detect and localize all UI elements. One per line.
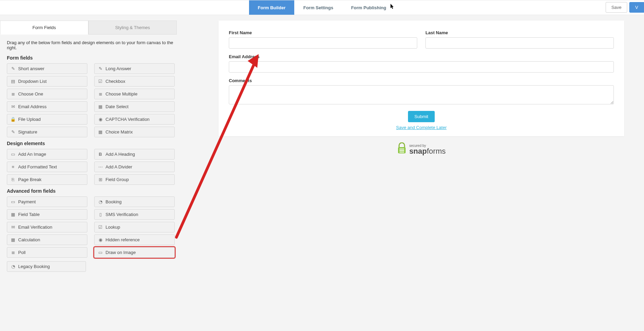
field-label: Legacy Booking (18, 264, 50, 269)
label-comments: Comments (229, 78, 614, 83)
section-form-fields: Form fields (7, 55, 175, 61)
field-short-answer[interactable]: ✎Short answer (7, 63, 87, 74)
input-first-name[interactable] (229, 37, 417, 49)
tab-form-settings[interactable]: Form Settings (294, 0, 342, 15)
field-file-upload[interactable]: 🔒File Upload (7, 114, 87, 125)
svg-rect-3 (399, 152, 404, 153)
adv-calculation[interactable]: ▦Calculation (7, 234, 87, 245)
shield-icon: ◉ (98, 117, 103, 122)
adv-draw-on-image[interactable]: ▭Draw on Image (94, 247, 175, 258)
input-email[interactable] (229, 61, 614, 73)
adv-field-table[interactable]: ▦Field Table (7, 209, 87, 220)
adv-booking[interactable]: ◔Booking (94, 196, 175, 207)
de-add-divider[interactable]: ⋯Add A Divider (94, 162, 175, 172)
svg-rect-2 (399, 150, 404, 151)
field-choose-multiple[interactable]: ≣Choose Multiple (94, 89, 175, 99)
table-icon: ▦ (11, 212, 15, 217)
de-formatted-text[interactable]: ≡Add Formatted Text (7, 162, 87, 172)
adv-hidden-reference[interactable]: ◉Hidden reference (94, 234, 175, 245)
adv-lookup[interactable]: ☑Lookup (94, 222, 175, 232)
brand-b: forms (427, 147, 446, 155)
field-label: Lookup (106, 225, 120, 230)
field-email-address[interactable]: ✉Email Address (7, 101, 87, 112)
grid-icon: ▦ (98, 129, 103, 135)
view-button[interactable]: V (629, 2, 644, 13)
field-choice-matrix[interactable]: ▦Choice Matrix (94, 127, 175, 137)
field-label: Checkbox (106, 79, 125, 84)
sidebar-description: Drag any of the below form fields and de… (7, 40, 175, 50)
field-checkbox[interactable]: ☑Checkbox (94, 76, 175, 87)
field-label: Add A Divider (106, 164, 132, 169)
checkbox-icon: ☑ (98, 79, 103, 84)
field-label: Signature (18, 129, 37, 135)
field-label: SMS Verification (106, 212, 138, 217)
field-label: Payment (18, 199, 36, 204)
field-label: Add A Heading (106, 152, 135, 157)
field-label: Choose Multiple (106, 91, 137, 97)
input-last-name[interactable] (425, 37, 614, 49)
eye-off-icon: ◉ (98, 237, 103, 242)
subtab-styling-themes[interactable]: Styling & Themes (88, 21, 177, 35)
list-icon: ▤ (11, 79, 15, 84)
secured-by-badge: secured by snapforms (219, 142, 624, 155)
section-design-elements: Design elements (7, 141, 175, 146)
label-first-name: First Name (229, 30, 417, 35)
de-page-break[interactable]: ⎘Page Break (7, 174, 87, 185)
tab-form-publishing[interactable]: Form Publishing (342, 0, 395, 15)
field-date-select[interactable]: ▦Date Select (94, 101, 175, 112)
image-icon: ▭ (11, 152, 15, 157)
subtab-form-fields[interactable]: Form Fields (0, 21, 88, 35)
side-panel: Form Fields Styling & Themes Drag any of… (0, 21, 182, 280)
adv-payment[interactable]: ▭Payment (7, 196, 87, 207)
field-signature[interactable]: ✎Signature (7, 127, 87, 137)
check-icon: ☑ (98, 225, 103, 230)
submit-button[interactable]: Submit (408, 111, 435, 122)
list-icon: ≣ (11, 250, 15, 255)
page-break-icon: ⎘ (11, 177, 15, 182)
edit-icon: ✎ (11, 66, 15, 71)
label-email: Email Address (229, 54, 614, 59)
field-label: Field Group (106, 177, 129, 182)
clock-icon: ◔ (98, 199, 103, 204)
de-field-group[interactable]: ⊞Field Group (94, 174, 175, 185)
envelope-icon: ✉ (11, 225, 15, 230)
field-long-answer[interactable]: ✎Long Answer (94, 63, 175, 74)
tab-form-builder[interactable]: Form Builder (249, 0, 295, 15)
save-complete-later-link[interactable]: Save and Complete Later (229, 125, 614, 130)
field-label: File Upload (18, 117, 41, 122)
adv-sms-verification[interactable]: ▯SMS Verification (94, 209, 175, 220)
group-icon: ⊞ (98, 177, 103, 182)
card-icon: ▭ (11, 199, 15, 204)
adv-email-verification[interactable]: ✉Email Verification (7, 222, 87, 232)
field-choose-one[interactable]: ≣Choose One (7, 89, 87, 99)
input-comments[interactable] (229, 85, 614, 104)
field-label: Email Verification (18, 225, 52, 230)
lock-icon (397, 142, 407, 155)
de-add-heading[interactable]: BAdd A Heading (94, 149, 175, 160)
field-label: Add Formatted Text (18, 164, 57, 169)
pencil-icon: ✎ (11, 129, 15, 135)
field-label: Email Address (18, 104, 47, 109)
calendar-icon: ▦ (98, 104, 103, 109)
field-label: Long Answer (106, 66, 131, 71)
brand-a: snap (409, 147, 427, 155)
form-canvas[interactable]: First Name Last Name Email Address Comme… (219, 21, 624, 136)
field-label: Choose One (18, 91, 43, 97)
de-add-image[interactable]: ▭Add An Image (7, 149, 87, 160)
adv-poll[interactable]: ≣Poll (7, 247, 87, 258)
section-advanced: Advanced form fields (7, 188, 175, 194)
image-icon: ▭ (98, 250, 103, 255)
svg-rect-1 (399, 149, 404, 150)
field-captcha[interactable]: ◉CAPTCHA Verification (94, 114, 175, 125)
bold-icon: B (98, 152, 103, 157)
save-button[interactable]: Save (606, 2, 628, 13)
field-label: CAPTCHA Verification (106, 117, 150, 122)
field-label: Draw on Image (106, 250, 136, 255)
field-dropdown-list[interactable]: ▤Dropdown List (7, 76, 87, 87)
lock-icon: 🔒 (11, 117, 15, 122)
field-label: Field Table (18, 212, 40, 217)
adv-legacy-booking[interactable]: ◔Legacy Booking (7, 261, 86, 272)
field-label: Choice Matrix (106, 129, 133, 135)
lines-icon: ≡ (11, 164, 15, 169)
calculator-icon: ▦ (11, 237, 15, 242)
